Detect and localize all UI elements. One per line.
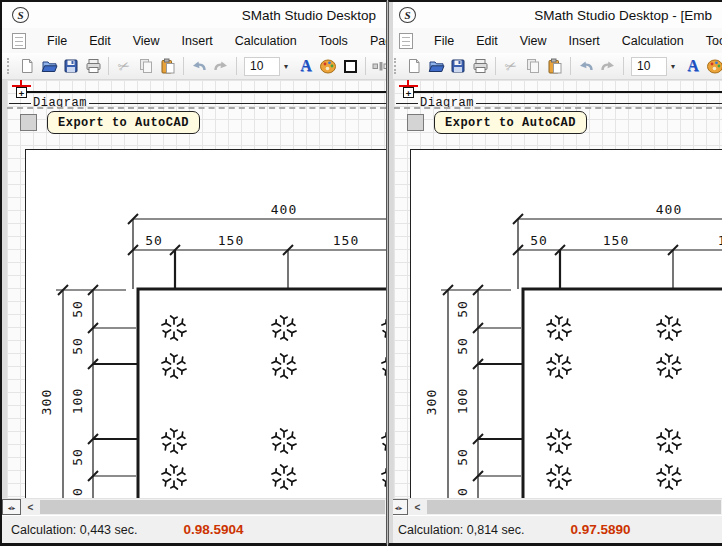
cut-button[interactable]: ✂ [500, 55, 522, 77]
dim-label-50: 50 [70, 448, 85, 466]
menu-edit[interactable]: Edit [78, 34, 122, 48]
menu-tools[interactable]: Tools [308, 34, 359, 48]
font-size-value[interactable]: 10 [631, 57, 667, 76]
redo-button[interactable] [210, 55, 232, 77]
dim-label-50: 50 [70, 487, 85, 498]
new-document-button[interactable] [403, 55, 425, 77]
copy-button[interactable] [522, 55, 544, 77]
chevron-down-icon[interactable]: ▾ [280, 62, 292, 71]
font-color-button[interactable]: A [682, 55, 704, 77]
save-floppy-icon [450, 58, 466, 74]
save-button[interactable] [60, 55, 82, 77]
collapsed-area-rule [414, 91, 722, 93]
menu-insert[interactable]: Insert [171, 34, 224, 48]
slab-outline [523, 289, 722, 498]
font-color-button[interactable]: A [295, 55, 317, 77]
redo-button[interactable] [597, 55, 619, 77]
worksheet[interactable]: + Diagram Export to AutoCAD [2, 80, 386, 498]
menu-calculation[interactable]: Calculation [224, 34, 308, 48]
diagram-canvas[interactable]: 400 50 150 150 300 50 50 100 50 50 [410, 149, 722, 498]
dim-label-50: 50 [145, 233, 163, 248]
dim-label-50: 50 [70, 337, 85, 355]
toolbar-separator [623, 57, 624, 75]
export-to-autocad-button[interactable]: Export to AutoCAD [434, 111, 587, 134]
toolbar-separator [570, 57, 571, 75]
title-bar[interactable]: S SMath Studio Desktop [2, 2, 386, 28]
export-to-autocad-button[interactable]: Export to AutoCAD [47, 111, 200, 134]
scroll-left-button[interactable]: < [408, 499, 427, 515]
calculation-time: Calculation: 0,814 sec. [398, 523, 524, 537]
dim-label-50: 50 [455, 337, 470, 355]
pane-splitter-handle[interactable] [2, 499, 21, 515]
print-button[interactable] [82, 55, 104, 77]
scrollbar-track[interactable] [40, 500, 385, 514]
calculation-time: Calculation: 0,443 sec. [11, 523, 137, 537]
toolbar-grip[interactable] [394, 58, 399, 74]
diagram-canvas[interactable]: 400 50 150 150 300 50 50 100 50 50 [25, 149, 386, 498]
palette-button[interactable] [317, 55, 339, 77]
toolbar-separator [183, 57, 184, 75]
new-document-button[interactable] [16, 55, 38, 77]
desktop: S SMath Studio Desktop File Edit View In… [0, 0, 722, 546]
slab-drawing: 400 50 150 150 300 50 50 100 50 50 [26, 150, 386, 498]
open-button[interactable] [425, 55, 447, 77]
slab-drawing: 400 50 150 150 300 50 50 100 50 50 [411, 150, 722, 498]
version-number: 0.98.5904 [183, 522, 243, 537]
chevron-down-icon[interactable]: ▾ [667, 62, 679, 71]
document-menu-icon[interactable] [399, 33, 413, 49]
section-dashed-rule [394, 107, 722, 109]
dim-label-50: 50 [70, 300, 85, 318]
menu-view[interactable]: View [122, 34, 171, 48]
menu-calculation[interactable]: Calculation [611, 34, 695, 48]
undo-button[interactable] [188, 55, 210, 77]
undo-arrow-icon [577, 58, 595, 74]
elements-icon [372, 58, 387, 74]
palette-button[interactable] [704, 55, 722, 77]
save-button[interactable] [447, 55, 469, 77]
copy-button[interactable] [135, 55, 157, 77]
redo-arrow-icon [212, 58, 230, 74]
font-size-combo[interactable]: 10 ▾ [631, 57, 679, 76]
rebar-symbols [547, 316, 722, 489]
open-button[interactable] [38, 55, 60, 77]
toolbar-grip[interactable] [7, 58, 12, 74]
app-logo-icon: S [399, 7, 416, 23]
paste-button[interactable] [544, 55, 566, 77]
menu-view[interactable]: View [509, 34, 558, 48]
undo-button[interactable] [575, 55, 597, 77]
scrollbar-track[interactable] [427, 500, 721, 514]
document-menu-icon[interactable] [12, 33, 26, 49]
menu-insert[interactable]: Insert [558, 34, 611, 48]
border-button[interactable] [339, 55, 361, 77]
menu-edit[interactable]: Edit [465, 34, 509, 48]
scroll-left-button[interactable]: < [21, 499, 40, 515]
collapsed-area-rule [27, 91, 386, 93]
collapse-area-toggle[interactable]: + [403, 87, 414, 98]
dim-label-400: 400 [271, 202, 297, 217]
export-checkbox[interactable] [20, 114, 37, 131]
collapse-area-toggle[interactable]: + [16, 87, 27, 98]
paste-clipboard-icon [160, 58, 176, 74]
menu-tools[interactable]: Tools [695, 34, 722, 48]
export-checkbox[interactable] [407, 114, 424, 131]
undo-arrow-icon [190, 58, 208, 74]
dim-label-150: 150 [333, 233, 359, 248]
print-button[interactable] [469, 55, 491, 77]
font-size-combo[interactable]: 10 ▾ [244, 57, 292, 76]
cut-button[interactable]: ✂ [113, 55, 135, 77]
dim-label-150: 150 [218, 233, 244, 248]
new-document-icon [19, 58, 35, 74]
elements-button[interactable] [370, 55, 387, 77]
font-size-value[interactable]: 10 [244, 57, 280, 76]
dim-label-100: 100 [70, 388, 85, 414]
menu-file[interactable]: File [423, 34, 465, 48]
worksheet[interactable]: + Diagram Export to AutoCAD [389, 80, 722, 498]
title-bar[interactable]: S SMath Studio Desktop - [Emb [389, 2, 722, 28]
paste-button[interactable] [157, 55, 179, 77]
status-bar: Calculation: 0,443 sec. 0.98.5904 [2, 515, 386, 543]
new-document-icon [406, 58, 422, 74]
scissors-icon: ✂ [116, 56, 132, 75]
menu-file[interactable]: File [36, 34, 78, 48]
dim-label-50: 50 [455, 487, 470, 498]
menu-pages[interactable]: Pages [359, 34, 387, 48]
